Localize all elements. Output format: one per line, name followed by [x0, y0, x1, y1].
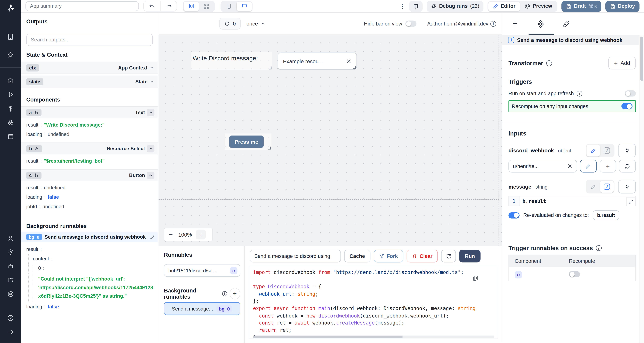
docs-book-button[interactable] [409, 0, 423, 12]
mobile-view-button[interactable] [222, 2, 236, 11]
deploy-button[interactable]: Deploy [606, 0, 640, 12]
bg0-output-row[interactable]: bg_0 Send a message to discord using web… [21, 232, 158, 242]
windmill-logo-icon[interactable] [6, 2, 15, 14]
schedule-mode-dropdown[interactable]: once [246, 20, 266, 27]
copy-code-icon[interactable] [473, 275, 479, 281]
tab-styling[interactable] [553, 20, 579, 27]
component-a-row[interactable]: a Text [21, 106, 158, 118]
zoom-in-button[interactable]: + [196, 230, 206, 240]
desktop-view-button[interactable] [236, 2, 252, 11]
message-expression-editor[interactable]: 1 b.result [508, 196, 636, 206]
state-row[interactable]: state State [21, 76, 158, 88]
recompute-toggle[interactable] [621, 103, 632, 109]
connect-plug-button[interactable] [618, 144, 636, 157]
hub-icon[interactable] [4, 116, 18, 130]
refresh-icon [224, 21, 230, 26]
editor-tab[interactable]: Editor [488, 2, 520, 11]
collapse-arrow-right-icon[interactable] [4, 325, 18, 339]
fork-button[interactable]: Fork [374, 250, 403, 262]
ctx-row[interactable]: ctx App Context [21, 62, 158, 74]
clear-x-icon[interactable] [567, 164, 572, 169]
reevaluate-toggle[interactable] [508, 212, 520, 218]
tab-insert-component[interactable]: + [502, 19, 528, 28]
hide-bar-toggle[interactable] [406, 20, 416, 27]
chevron-down-icon[interactable] [150, 79, 154, 84]
undo-button[interactable] [144, 1, 160, 11]
clear-button[interactable]: Clear [406, 250, 438, 262]
cache-button[interactable]: Cache [344, 250, 370, 262]
eval-function-mode-button[interactable]: f [600, 144, 614, 156]
press-me-button[interactable]: Press me [229, 136, 264, 148]
workers-bot-icon[interactable] [4, 259, 18, 273]
code-editor[interactable]: import discordwebhook from "https://deno… [249, 266, 498, 338]
preview-tab[interactable]: Preview [520, 2, 557, 11]
eval-function-mode-button[interactable]: f [600, 181, 614, 192]
run-on-start-toggle[interactable] [625, 90, 636, 96]
code-horizontal-scrollbar[interactable] [254, 336, 494, 338]
favorites-star-icon[interactable] [4, 48, 18, 62]
runnable-name-input[interactable] [250, 250, 341, 262]
folders-icon[interactable] [4, 273, 18, 287]
collapse-c-button[interactable] [147, 172, 154, 179]
run-button[interactable]: Run [459, 250, 480, 262]
centered-layout-button[interactable] [184, 2, 199, 11]
reevaluate-target-badge[interactable]: b.result [592, 210, 620, 220]
help-icon[interactable] [4, 311, 18, 325]
resource-picker-value[interactable]: u/henri/te... [508, 160, 577, 172]
draft-save-button[interactable]: Draft ⌘S [562, 0, 601, 12]
search-outputs-input[interactable] [26, 34, 153, 46]
runnable-component-badge: c [230, 267, 238, 274]
schedules-calendar-icon[interactable] [4, 130, 18, 144]
message-expression[interactable]: b.result [520, 196, 635, 206]
app-canvas[interactable]: Write Discord message: Example resou... … [158, 35, 502, 246]
resize-handle[interactable] [269, 66, 272, 69]
resize-handle[interactable] [268, 147, 271, 150]
audit-eye-icon[interactable] [4, 287, 18, 301]
variables-dollar-icon[interactable] [4, 102, 18, 116]
info-icon[interactable]: i [546, 60, 552, 66]
expand-editor-icon[interactable] [626, 197, 636, 206]
zoom-out-button[interactable]: − [168, 231, 174, 238]
user-icon[interactable] [4, 231, 18, 245]
home-icon[interactable] [4, 74, 18, 88]
recompute-label: Recompute on any input changes [512, 103, 588, 109]
button-component-wrapper[interactable]: Press me [225, 134, 272, 150]
recompute-row-toggle[interactable] [569, 271, 580, 277]
app-summary-input[interactable] [26, 1, 139, 11]
collapse-b-button[interactable] [147, 145, 154, 152]
connect-plug-button[interactable] [618, 180, 636, 194]
component-b-row[interactable]: b Resource Select [21, 142, 158, 154]
fullwidth-layout-button[interactable] [199, 2, 214, 11]
resize-handle[interactable] [353, 66, 356, 69]
debug-runs-button[interactable]: Debug runs (23) [427, 0, 483, 12]
refresh-count-button[interactable]: 0 [219, 18, 240, 30]
runs-play-icon[interactable] [4, 88, 18, 102]
static-pencil-mode-button[interactable] [586, 181, 600, 192]
info-icon[interactable]: i [577, 90, 582, 96]
background-runnable-item-selected[interactable]: Send a message... bg_0 [164, 302, 240, 315]
collapse-a-button[interactable] [147, 109, 154, 116]
add-background-runnable-button[interactable]: + [230, 288, 240, 299]
redo-button[interactable] [160, 1, 176, 11]
add-resource-button[interactable]: + [600, 160, 616, 172]
refresh-resource-button[interactable] [619, 160, 636, 172]
text-component[interactable]: Write Discord message: [192, 52, 272, 70]
info-icon[interactable]: i [596, 245, 602, 251]
edit-pencil-icon[interactable] [150, 235, 154, 239]
settings-gear-icon[interactable] [4, 245, 18, 259]
right-panel-scrollbar[interactable] [639, 35, 644, 343]
add-transformer-button[interactable]: + Add [608, 57, 636, 69]
component-c-row[interactable]: c Button [21, 169, 158, 181]
resource-select-component[interactable]: Example resou... [278, 52, 357, 70]
info-icon[interactable]: i [222, 291, 227, 296]
info-icon[interactable]: i [490, 21, 496, 26]
edit-resource-button[interactable] [580, 160, 596, 172]
clear-x-icon[interactable] [346, 58, 352, 64]
more-menu-kebab-icon[interactable]: ⋮ [399, 2, 405, 10]
runnable-item[interactable]: hub/1511/discord/se... c [164, 264, 240, 277]
static-pencil-mode-button[interactable] [586, 144, 600, 156]
workspace-icon[interactable] [4, 30, 18, 44]
refresh-button[interactable] [441, 250, 456, 262]
tab-component-settings[interactable] [528, 20, 553, 28]
chevron-down-icon[interactable] [150, 65, 154, 70]
